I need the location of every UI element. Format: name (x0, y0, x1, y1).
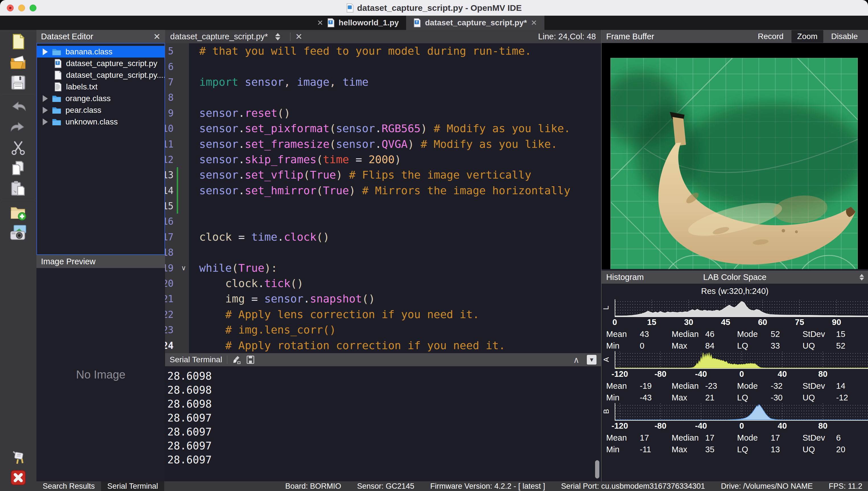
terminal-line: 28.6097 (167, 439, 601, 453)
cut-icon[interactable] (9, 139, 28, 156)
capture-image-icon[interactable] (9, 224, 28, 242)
fold-arrow-icon[interactable]: ∨ (181, 264, 186, 272)
code-line-12: 12sensor.skip_frames(time = 2000) (165, 152, 601, 167)
line-number-gutter: 21 (165, 291, 189, 307)
toolbar-rail (0, 30, 36, 491)
tree-item-dataset-capture-script-py[interactable]: dataset_capture_script.py (37, 58, 164, 69)
tree-item-unknown-class[interactable]: unknown.class (37, 116, 164, 127)
line-number-gutter: 7 (165, 74, 189, 90)
tree-item-labels-txt[interactable]: labels.txt (37, 81, 164, 92)
new-file-icon[interactable] (9, 33, 28, 50)
code-line-8: 8 (165, 90, 601, 105)
stat-value: 15 (836, 329, 845, 339)
window-title: dataset_capture_script.py - OpenMV IDE (346, 3, 522, 13)
stat-value: 52 (836, 341, 845, 351)
zoom-button[interactable]: Zoom (792, 30, 823, 43)
tree-item-label: dataset_capture_script.py (66, 59, 157, 68)
tree-item-dataset-capture-script-py-[interactable]: dataset_capture_script.py.... (37, 69, 164, 81)
tree-item-label: orange.class (65, 94, 111, 103)
tree-item-banana-class[interactable]: banana.class (37, 46, 164, 58)
close-file-icon[interactable]: ✕ (295, 32, 302, 41)
zoom-window-button[interactable] (30, 5, 36, 11)
popout-terminal-icon[interactable]: ▼ (587, 355, 596, 365)
stat-max: Max21 (672, 393, 737, 402)
stat-value: 17 (771, 433, 780, 442)
line-number: 13 (165, 170, 174, 180)
open-file-name[interactable]: dataset_capture_script.py* (170, 32, 268, 41)
stat-value: 35 (705, 445, 714, 454)
paste-icon[interactable] (9, 180, 28, 197)
collapse-terminal-icon[interactable]: ∧ (573, 355, 580, 365)
record-button[interactable]: Record (752, 30, 789, 43)
stat-uq: UQ-12 (803, 393, 868, 402)
line-number: 12 (165, 154, 174, 165)
expand-arrow-icon[interactable] (43, 118, 48, 125)
stat-lq: LQ-30 (737, 393, 803, 402)
statusbar-tab-serial-terminal[interactable]: Serial Terminal (101, 481, 164, 491)
minimize-window-button[interactable] (18, 5, 25, 11)
line-number-gutter: 17 (165, 229, 189, 244)
file-switcher-spinner-icon[interactable] (275, 33, 280, 40)
tick-label: 90 (832, 318, 841, 327)
expand-arrow-icon[interactable] (43, 107, 48, 114)
expand-arrow-icon[interactable] (43, 95, 48, 102)
line-number: 17 (165, 231, 174, 242)
redo-icon[interactable] (9, 118, 28, 136)
stat-value: -43 (640, 393, 652, 402)
serial-terminal-output[interactable]: 28.609828.609828.609828.609728.609728.60… (165, 366, 601, 481)
tree-item-label: dataset_capture_script.py.... (66, 70, 165, 80)
clear-terminal-icon[interactable] (232, 355, 242, 365)
stats-row: Mean-19Median-23Mode-32StDev14 (601, 381, 868, 391)
close-window-button[interactable] (7, 5, 14, 11)
tick-label: -40 (695, 421, 707, 431)
folder-icon (52, 48, 61, 56)
line-number-gutter: 13 (165, 167, 189, 182)
colorspace-select[interactable]: LAB Color Space (606, 272, 863, 282)
tree-item-orange-class[interactable]: orange.class (37, 92, 164, 104)
code-line-11: 11sensor.set_framesize(sensor.QVGA) # Mo… (165, 136, 601, 151)
new-class-folder-icon[interactable] (9, 204, 28, 221)
copy-icon[interactable] (9, 159, 28, 177)
tree-item-label: labels.txt (66, 82, 98, 91)
expand-arrow-icon[interactable] (43, 49, 48, 55)
histogram-body: Res (w:320,h:240) L0153045607590Mean43Me… (601, 284, 868, 481)
open-file-icon[interactable] (9, 53, 28, 71)
save-file-icon[interactable] (9, 74, 28, 91)
line-number-gutter: 5 (165, 43, 189, 59)
code-line-9: 9sensor.reset() (165, 105, 601, 121)
stat-value: 17 (640, 433, 649, 442)
statusbar-firmware-version: Firmware Version: 4.2.2 - [ latest ] (430, 482, 545, 491)
image-preview-panel: Image Preview No Image (36, 255, 165, 481)
statusbar-drive: Drive: /Volumes/NO NAME (721, 482, 813, 491)
terminal-scrollbar[interactable] (595, 460, 599, 479)
line-number: 24 (165, 340, 174, 351)
disable-button[interactable]: Disable (826, 30, 863, 43)
save-terminal-log-icon[interactable] (246, 355, 255, 365)
stat-value: 46 (705, 329, 714, 339)
modified-line-marker (177, 198, 178, 213)
close-tab-icon[interactable]: ✕ (317, 19, 323, 27)
code-line-text: # Apply rotation correction if you need … (189, 339, 505, 352)
tree-item-label: unknown.class (65, 117, 118, 126)
close-tab-icon[interactable]: ✕ (531, 19, 537, 27)
tab-dataset-capture-script-py-[interactable]: dataset_capture_script.py*✕ (406, 16, 545, 30)
editor-header: dataset_capture_script.py* ✕ Line: 24,Co… (165, 30, 601, 43)
terminal-line: 28.6097 (167, 453, 601, 467)
frame-buffer-view[interactable] (601, 43, 868, 269)
stat-min: Min-11 (606, 445, 672, 454)
statusbar-tab-search-results[interactable]: Search Results (36, 481, 101, 491)
colorspace-spinner-icon[interactable] (860, 274, 864, 281)
tick-label: 75 (795, 318, 804, 327)
connect-plug-icon[interactable] (9, 448, 28, 466)
undo-icon[interactable] (9, 98, 28, 115)
tab-helloworld-1-py[interactable]: ✕helloworld_1.py (310, 16, 406, 30)
stat-label: StDev (803, 381, 836, 391)
code-editor[interactable]: 5# that you will feed to your model duri… (165, 43, 601, 353)
tree-item-pear-class[interactable]: pear.class (37, 104, 164, 116)
close-dataset-editor-icon[interactable]: ✕ (153, 32, 160, 41)
stat-median: Median17 (672, 433, 737, 442)
file-icon (54, 59, 62, 68)
histogram-channel-l: L0153045607590Mean43Median46Mode52StDev1… (601, 299, 868, 351)
code-line-24: 24 # Apply rotation correction if you ne… (165, 338, 601, 353)
disconnect-icon[interactable] (9, 469, 28, 486)
